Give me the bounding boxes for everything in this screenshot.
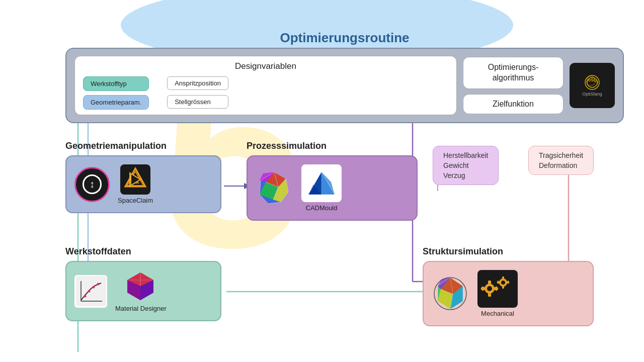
opt-alg-ziel-container: Optimierungs-algorithmus Zielfunktion <box>463 57 564 114</box>
cadmould-label: CADMould <box>306 204 338 212</box>
anspritzposition-box: Anspritzposition <box>167 76 228 90</box>
optimierungsroutine-box: Designvariablen Werkstofftyp Geometriepa… <box>65 48 624 123</box>
svg-point-62 <box>92 286 95 289</box>
spaceclaim-tool-container: SpaceClaim <box>118 164 153 204</box>
svg-text:OptiSlang: OptiSlang <box>582 92 602 97</box>
herstell-item-1: Herstellbarkeit <box>443 151 488 159</box>
spaceclaim-icon <box>120 164 150 195</box>
optimierungsroutine-container: Optimierungsroutine Designvariablen Werk… <box>65 30 624 123</box>
svg-point-60 <box>84 295 86 298</box>
svg-point-88 <box>487 286 492 291</box>
optislang-box: oSL OptiSlang <box>570 63 615 108</box>
spaceclaim-label: SpaceClaim <box>118 197 153 204</box>
svg-rect-89 <box>488 281 491 284</box>
svg-rect-57 <box>76 276 106 306</box>
zielfunktion-box: Zielfunktion <box>463 94 564 114</box>
struktursimulation-section: Struktursimulation <box>423 246 594 326</box>
optimierungsroutine-title: Optimierungsroutine <box>65 30 624 46</box>
werkstoffdaten-title: Werkstoffdaten <box>65 246 221 257</box>
matdesigner-label: Material Designer <box>115 305 167 312</box>
matdesign-graph-icon <box>74 275 107 308</box>
mechanical-logo-svg <box>479 273 516 305</box>
struktur-mesh-icon <box>432 275 469 313</box>
prozess-mesh-icon <box>256 169 293 207</box>
svg-rect-90 <box>488 293 491 297</box>
struktursimulation-box: Mechanical <box>423 261 594 326</box>
herstell-item-3: Verzug <box>443 171 488 179</box>
geom-manipulation-title: Geometriemanipulation <box>65 141 221 151</box>
herstell-item-2: Gewicht <box>443 161 488 169</box>
svg-point-63 <box>97 283 99 286</box>
optimierungsalgorithmus-label: Optimierungs-algorithmus <box>488 63 538 82</box>
mechanical-tool-container: Mechanical <box>477 270 518 317</box>
prozess-simulation-box: CADMould <box>247 155 418 221</box>
design-vars-left: Werkstofftyp Geometrieparam. <box>83 76 149 110</box>
cadmould-logo-icon <box>303 167 340 200</box>
matdesign-graph-svg <box>76 276 106 306</box>
svg-point-61 <box>88 290 90 293</box>
svg-point-98 <box>501 281 505 285</box>
deformation-item: Deformation <box>539 161 583 169</box>
svg-rect-99 <box>502 277 504 279</box>
design-vars-inner: Werkstofftyp Geometrieparam. Anspritzpos… <box>83 76 448 110</box>
geom-tool-icon-container: ↕ <box>74 167 110 202</box>
mechanical-label: Mechanical <box>481 310 514 317</box>
geom-arrow-icon: ↕ <box>90 178 95 190</box>
prozess-simulation-title: Prozesssimulation <box>247 141 418 151</box>
prozess-mesh-container <box>256 169 293 207</box>
werkstofftyp-button[interactable]: Werkstofftyp <box>83 76 149 91</box>
optimierungsalgorithmus-box: Optimierungs-algorithmus <box>463 57 564 89</box>
struktursimulation-title: Struktursimulation <box>423 246 594 257</box>
cadmould-icon <box>301 164 342 202</box>
struktur-mesh-container <box>432 275 469 313</box>
optislang-logo-icon: oSL OptiSlang <box>577 71 607 99</box>
geom-manipulation-section: Geometriemanipulation ↕ <box>65 141 221 213</box>
geometrieparam-button[interactable]: Geometrieparam. <box>83 95 149 110</box>
werkstoffdaten-box: Material Designer <box>65 261 221 321</box>
werkstoffdaten-section: Werkstoffdaten <box>65 246 221 321</box>
design-vars-box: Designvariablen Werkstofftyp Geometriepa… <box>74 56 457 115</box>
trag-section: Tragsicherheit Deformation <box>528 146 594 175</box>
matdesign-graph-container <box>74 275 107 308</box>
svg-rect-100 <box>502 286 504 289</box>
prozess-simulation-section: Prozesssimulation <box>247 141 418 221</box>
herstell-box: Herstellbarkeit Gewicht Verzug <box>433 146 499 185</box>
mechanical-icon <box>477 270 518 308</box>
design-vars-title: Designvariablen <box>83 61 448 71</box>
matdesigner-tool-container: Material Designer <box>115 270 167 312</box>
tragsicherheit-item: Tragsicherheit <box>539 151 583 159</box>
design-vars-right: Anspritzposition Stellgrössen <box>167 76 228 109</box>
geom-manipulation-box: ↕ SpaceClaim <box>65 155 221 213</box>
matdesigner-logo-icon <box>124 270 157 303</box>
trag-box: Tragsicherheit Deformation <box>528 146 594 175</box>
herstell-section: Herstellbarkeit Gewicht Verzug <box>433 146 499 185</box>
stellgroessen-box: Stellgrössen <box>167 95 228 109</box>
cadmould-tool-container: CADMould <box>301 164 342 212</box>
geom-circle-icon: ↕ <box>74 167 110 202</box>
